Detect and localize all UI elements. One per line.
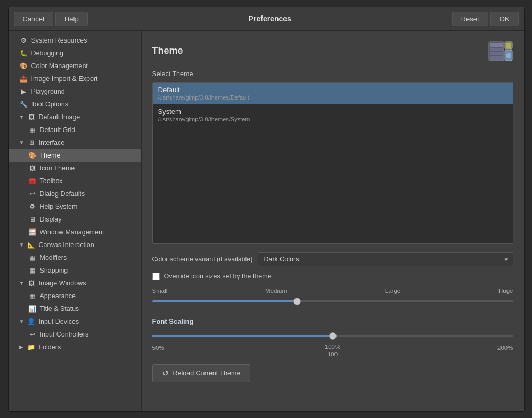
reset-button[interactable]: Reset xyxy=(452,12,488,26)
sidebar-item-color-management[interactable]: 🎨 Color Management xyxy=(9,60,141,72)
icon-size-slider[interactable] xyxy=(152,300,513,302)
theme-section-icon xyxy=(488,40,513,62)
preferences-dialog: Cancel Help Preferences Reset OK ⚙ Syste… xyxy=(8,7,525,412)
font-scaling-slider-section: 50% 200% 100% 100 xyxy=(152,330,513,351)
arrow-down-icon-2: ▼ xyxy=(19,140,26,145)
header-right-buttons: Reset OK xyxy=(452,12,519,26)
sidebar-item-label: Toolbox xyxy=(40,177,63,185)
override-checkbox-label[interactable]: Override icon sizes set by the theme xyxy=(164,273,272,280)
icon-size-label-huge: Huge xyxy=(498,288,513,294)
theme-list: Default /usr/share/gimp/3.0/themes/Defau… xyxy=(152,82,513,244)
sidebar-item-tool-options[interactable]: 🔧 Tool Options xyxy=(9,98,141,111)
sidebar-item-title-status[interactable]: 📊 Title & Status xyxy=(9,302,141,315)
sidebar: ⚙ System Resources 🐛 Debugging 🎨 Color M… xyxy=(9,31,142,411)
svg-rect-4 xyxy=(490,56,503,60)
sidebar-item-help-system[interactable]: ♻ Help System xyxy=(9,200,141,213)
system-resources-icon: ⚙ xyxy=(19,36,29,45)
reload-current-theme-button[interactable]: ↺ Reload Current Theme xyxy=(152,364,251,382)
sidebar-item-label: Default Image xyxy=(39,113,80,121)
sidebar-item-interface[interactable]: ▼ 🖥 Interface xyxy=(9,136,141,149)
theme-list-empty-space xyxy=(153,126,513,243)
sidebar-item-label: Help System xyxy=(40,203,78,210)
color-scheme-label: Color scheme variant (if available) xyxy=(152,256,253,263)
sidebar-item-dialog-defaults[interactable]: ↩ Dialog Defaults xyxy=(9,187,141,200)
svg-point-8 xyxy=(506,53,511,58)
sidebar-item-label: Dialog Defaults xyxy=(40,190,85,198)
sidebar-item-default-image[interactable]: ▼ 🖼 Default Image xyxy=(9,111,141,124)
sidebar-item-snapping[interactable]: ▦ Snapping xyxy=(9,264,141,277)
main-content: Theme Select Theme xyxy=(142,31,524,411)
arrow-down-icon-5: ▼ xyxy=(19,318,26,324)
icon-size-labels: Small Medium Large Huge xyxy=(152,288,513,294)
sidebar-item-appearance[interactable]: ▦ Appearance xyxy=(9,290,141,302)
theme-path-system: /usr/share/gimp/3.0/themes/System xyxy=(158,116,508,122)
sidebar-item-label: Tool Options xyxy=(31,101,68,108)
playground-icon: ▶ xyxy=(19,87,29,96)
theme-icon-svg xyxy=(488,40,513,62)
help-button[interactable]: Help xyxy=(55,12,88,26)
sidebar-item-label: Input Controllers xyxy=(40,331,89,338)
icon-size-label-small: Small xyxy=(152,288,168,294)
svg-rect-1 xyxy=(490,43,503,47)
icon-size-slider-container xyxy=(152,295,513,308)
sidebar-item-modifiers[interactable]: ▦ Modifiers xyxy=(9,251,141,264)
font-scaling-current-percent: 100% xyxy=(325,343,340,350)
theme-item-system[interactable]: System /usr/share/gimp/3.0/themes/System xyxy=(153,104,513,126)
sidebar-item-canvas-interaction[interactable]: ▼ 📐 Canvas Interaction xyxy=(9,239,141,251)
dialog-header: Cancel Help Preferences Reset OK xyxy=(9,7,524,31)
sidebar-item-folders[interactable]: ▶ 📁 Folders xyxy=(9,341,141,354)
image-import-export-icon: 📤 xyxy=(19,74,29,84)
canvas-interaction-icon: 📐 xyxy=(27,240,36,250)
sidebar-item-image-import-export[interactable]: 📤 Image Import & Export xyxy=(9,72,141,85)
icon-size-slider-section: Small Medium Large Huge xyxy=(152,288,513,308)
help-system-icon: ♻ xyxy=(28,202,37,211)
sidebar-item-label: Default Grid xyxy=(40,126,76,134)
cancel-button[interactable]: Cancel xyxy=(14,12,53,26)
arrow-down-icon: ▼ xyxy=(19,114,26,120)
theme-name-default: Default xyxy=(158,86,508,94)
display-icon: 🖥 xyxy=(28,215,37,224)
color-scheme-select[interactable]: Dark Colors Light Colors System Default xyxy=(258,252,513,266)
input-controllers-icon: ↩ xyxy=(28,330,37,339)
default-grid-icon: ▦ xyxy=(28,125,37,135)
sidebar-item-window-management[interactable]: 🪟 Window Management xyxy=(9,226,141,239)
reload-button-label: Reload Current Theme xyxy=(173,370,241,377)
sidebar-item-display[interactable]: 🖥 Display xyxy=(9,213,141,226)
image-windows-icon: 🖼 xyxy=(27,278,36,288)
toolbox-icon: 🧰 xyxy=(28,176,37,186)
title-status-icon: 📊 xyxy=(28,304,37,314)
sidebar-item-theme[interactable]: 🎨 Theme xyxy=(9,149,141,162)
sidebar-item-label: Theme xyxy=(40,152,61,159)
header-left-buttons: Cancel Help xyxy=(14,12,88,26)
sidebar-item-label: Modifiers xyxy=(40,254,67,261)
override-checkbox[interactable] xyxy=(152,273,160,280)
sidebar-item-label: Appearance xyxy=(40,292,76,300)
sidebar-item-label: Folders xyxy=(39,343,61,351)
svg-rect-3 xyxy=(490,52,503,55)
snapping-icon: ▦ xyxy=(28,266,37,275)
sidebar-item-icon-theme[interactable]: 🖼 Icon Theme xyxy=(9,162,141,175)
sidebar-item-image-windows[interactable]: ▼ 🖼 Image Windows xyxy=(9,277,141,290)
folders-icon: 📁 xyxy=(27,342,36,352)
svg-rect-6 xyxy=(506,43,511,48)
font-scaling-slider[interactable] xyxy=(152,335,513,337)
sidebar-item-system-resources[interactable]: ⚙ System Resources xyxy=(9,34,141,47)
svg-rect-2 xyxy=(490,48,503,51)
sidebar-item-input-devices[interactable]: ▼ 👤 Input Devices xyxy=(9,315,141,328)
theme-name-system: System xyxy=(158,108,508,116)
sidebar-item-label: Input Devices xyxy=(39,318,79,325)
theme-item-default[interactable]: Default /usr/share/gimp/3.0/themes/Defau… xyxy=(153,83,513,104)
sidebar-item-input-controllers[interactable]: ↩ Input Controllers xyxy=(9,328,141,341)
sidebar-item-label: System Resources xyxy=(31,37,87,44)
sidebar-item-label: Image Windows xyxy=(39,280,86,287)
sidebar-item-label: Color Management xyxy=(31,62,88,70)
color-management-icon: 🎨 xyxy=(19,61,29,71)
font-scaling-title: Font Scaling xyxy=(152,317,513,325)
sidebar-item-default-grid[interactable]: ▦ Default Grid xyxy=(9,124,141,136)
sidebar-item-toolbox[interactable]: 🧰 Toolbox xyxy=(9,175,141,187)
section-title: Theme xyxy=(152,45,183,56)
ok-button[interactable]: OK xyxy=(490,12,519,26)
sidebar-item-playground[interactable]: ▶ Playground xyxy=(9,85,141,98)
window-management-icon: 🪟 xyxy=(28,227,37,237)
sidebar-item-debugging[interactable]: 🐛 Debugging xyxy=(9,47,141,60)
